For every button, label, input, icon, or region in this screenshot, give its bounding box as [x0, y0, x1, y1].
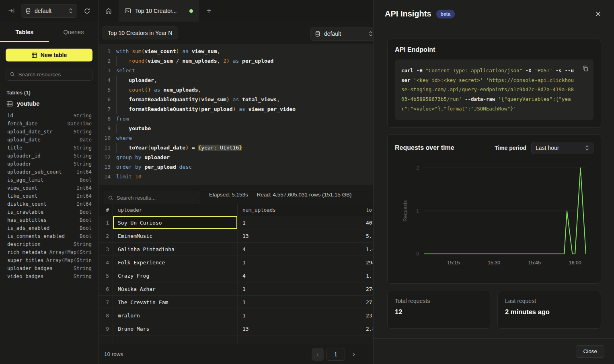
- column-type: Date: [80, 136, 92, 144]
- svg-text:1: 1: [416, 208, 419, 214]
- close-button[interactable]: Close: [576, 345, 604, 358]
- column-name: uploader_id: [7, 152, 41, 160]
- column-type: Array(Map(Strin: [46, 256, 92, 264]
- column-header-num-uploads[interactable]: num_uploads: [238, 204, 361, 216]
- editor-database-selector-value: default: [324, 31, 341, 37]
- panel-footer: Close: [374, 338, 614, 364]
- cell-num-uploads[interactable]: 13: [238, 322, 361, 335]
- sql-line-code: order by per_upload desc: [111, 162, 192, 172]
- time-period-value: Last hour: [536, 145, 559, 151]
- sidebar-item-youtube-table[interactable]: youtube: [6, 100, 92, 111]
- cell-num-uploads[interactable]: 4: [238, 269, 361, 282]
- copy-icon: [582, 65, 589, 72]
- previous-page-button[interactable]: ‹: [312, 348, 324, 361]
- table-column-row: uploaderString: [7, 160, 92, 168]
- cell-num-uploads[interactable]: 13: [238, 229, 361, 242]
- resource-search[interactable]: [6, 68, 92, 81]
- column-header-index[interactable]: #: [99, 204, 113, 216]
- time-period-selector[interactable]: Last hour: [531, 142, 593, 154]
- refresh-icon: [84, 8, 90, 14]
- row-index: 1: [99, 216, 113, 229]
- table-icon: [31, 52, 37, 58]
- column-name: is_age_limit: [7, 176, 43, 184]
- tab-top-10-creators[interactable]: Top 10 Creator...: [119, 0, 199, 22]
- cell-num-uploads[interactable]: 1: [238, 282, 361, 295]
- cell-uploader[interactable]: EminemMusic: [113, 229, 238, 242]
- cell-uploader[interactable]: Bruno Mars: [113, 322, 238, 335]
- column-type: String: [74, 128, 92, 136]
- results-search-input[interactable]: [117, 195, 196, 201]
- column-type: String: [74, 240, 92, 248]
- cell-num-uploads[interactable]: 1: [238, 256, 361, 269]
- table-column-row: view_countInt64: [7, 184, 92, 192]
- table-column-row: is_age_limitBool: [7, 176, 92, 184]
- panel-body: API Endpoint curl -H "Content-Type: appl…: [374, 28, 614, 331]
- column-name: description: [7, 240, 41, 248]
- cell-num-uploads[interactable]: 1: [238, 216, 361, 229]
- chevron-right-icon: ›: [353, 351, 355, 358]
- column-type: String: [74, 112, 92, 120]
- column-type: String: [74, 144, 92, 152]
- sql-line-code: with sum(view_count) as view_sum,: [111, 47, 220, 56]
- sql-line-code: count() as num_uploads,: [111, 85, 201, 95]
- refresh-button[interactable]: [81, 5, 92, 16]
- editor-database-selector[interactable]: default: [310, 27, 377, 41]
- cell-uploader[interactable]: Crazy Frog: [113, 269, 238, 282]
- table-column-row: rich_metadataArray(Map(Stri: [7, 248, 92, 256]
- table-column-row: is_ads_enabledBool: [7, 224, 92, 232]
- y-axis-label: Requests: [402, 200, 408, 221]
- line-number: 13: [99, 162, 111, 172]
- cell-uploader[interactable]: mralorn: [113, 309, 238, 322]
- cell-uploader[interactable]: Galinha Pintadinha: [113, 243, 238, 256]
- table-column-row: upload_dateDate: [7, 136, 92, 144]
- next-page-button[interactable]: ›: [348, 348, 360, 361]
- column-header-uploader[interactable]: uploader: [113, 204, 238, 216]
- column-type: String: [74, 152, 92, 160]
- new-table-button[interactable]: New table: [6, 49, 92, 61]
- cell-uploader[interactable]: Folk Experience: [113, 256, 238, 269]
- column-type: Bool: [80, 224, 92, 232]
- table-column-row: descriptionString: [7, 240, 92, 248]
- chevron-up-down-icon: [69, 8, 73, 14]
- empty-cell: [238, 335, 361, 344]
- column-type: Int64: [76, 184, 92, 192]
- row-index: 8: [99, 309, 113, 322]
- line-number: 8: [99, 114, 111, 124]
- new-tab-button[interactable]: +: [199, 0, 219, 22]
- cell-num-uploads[interactable]: 4: [238, 243, 361, 256]
- query-title[interactable]: Top 10 Creators in Year N: [102, 27, 178, 39]
- close-panel-button[interactable]: [592, 8, 604, 20]
- collapse-sidebar-button[interactable]: [6, 5, 17, 16]
- row-index: 7: [99, 296, 113, 309]
- row-index: 9: [99, 322, 113, 335]
- line-number: 2: [99, 56, 111, 66]
- cell-uploader[interactable]: Músika Azhar: [113, 282, 238, 295]
- chevron-up-down-icon: [585, 145, 589, 151]
- sql-line-code: toYear(upload_date) = {year: UInt16}: [111, 143, 242, 153]
- copy-button[interactable]: [582, 65, 589, 72]
- column-name: like_count: [7, 192, 37, 200]
- svg-text:15:30: 15:30: [488, 260, 500, 266]
- cell-uploader[interactable]: Soy Un Curioso: [113, 216, 238, 229]
- tables-section-label: Tables (1): [6, 90, 92, 96]
- column-name: uploader_badges: [7, 264, 53, 272]
- sql-line-code: select: [111, 66, 135, 76]
- results-search[interactable]: [104, 192, 200, 204]
- column-name: is_ads_enabled: [7, 224, 49, 232]
- sql-line-code: youtube: [111, 124, 151, 133]
- home-tab[interactable]: [99, 0, 119, 22]
- cell-uploader[interactable]: The Crevatin Fam: [113, 296, 238, 309]
- total-requests-value: 12: [395, 308, 483, 316]
- column-type: String: [74, 264, 92, 272]
- database-selector[interactable]: default: [21, 4, 77, 18]
- column-type: String: [74, 160, 92, 168]
- tab-tables[interactable]: Tables: [0, 22, 49, 42]
- page-number[interactable]: 1: [327, 348, 345, 361]
- line-number: 10: [99, 133, 111, 143]
- column-type: String: [74, 272, 92, 280]
- database-icon: [25, 8, 31, 14]
- cell-num-uploads[interactable]: 1: [238, 309, 361, 322]
- resource-search-input[interactable]: [18, 72, 88, 78]
- tab-queries[interactable]: Queries: [49, 22, 98, 42]
- cell-num-uploads[interactable]: 1: [238, 296, 361, 309]
